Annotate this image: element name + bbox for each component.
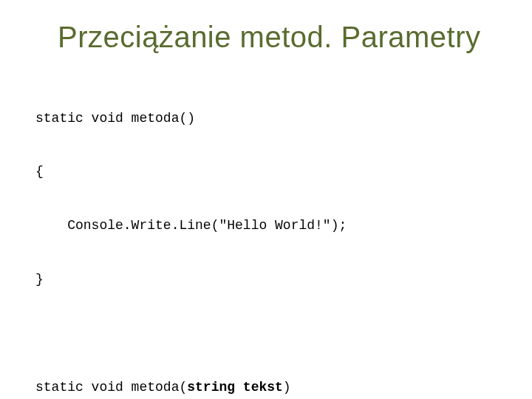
code-line: { bbox=[35, 163, 497, 180]
code-line: Console.Write.Line("Hello World!"); bbox=[35, 216, 497, 234]
code-line: } bbox=[35, 270, 497, 288]
code-bold: string tekst bbox=[187, 380, 283, 395]
slide-title: Przeciążanie metod. Parametry bbox=[58, 21, 497, 54]
code-blank-line bbox=[35, 324, 497, 342]
code-line: static void metoda() bbox=[35, 109, 497, 127]
code-text: static void metoda( bbox=[35, 380, 187, 395]
code-line: static void metoda(string tekst) bbox=[35, 378, 497, 396]
code-block: static void metoda() { Console.Write.Lin… bbox=[35, 73, 497, 399]
slide: Przeciążanie metod. Parametry static voi… bbox=[0, 0, 532, 399]
code-text: ) bbox=[283, 380, 291, 395]
